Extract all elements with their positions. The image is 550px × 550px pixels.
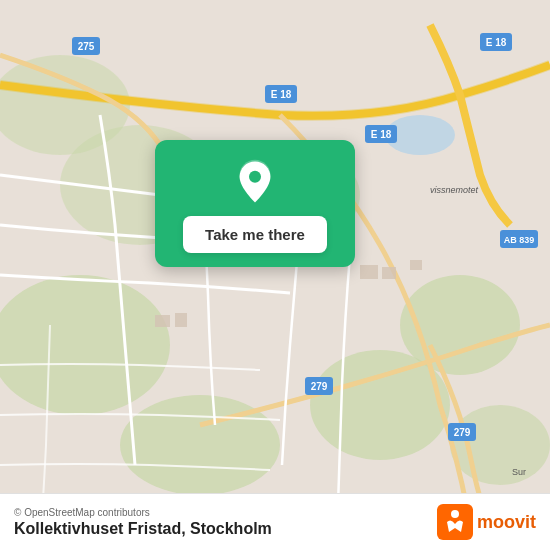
bottom-left: © OpenStreetMap contributors Kollektivhu…: [14, 507, 272, 538]
moovit-brand-icon: [437, 504, 473, 540]
svg-text:AB 839: AB 839: [504, 235, 535, 245]
svg-text:Sur: Sur: [512, 467, 526, 477]
svg-rect-30: [382, 267, 396, 279]
svg-rect-28: [175, 313, 187, 327]
map-container: 275 E 18 E 18 E 18 279 279 AB 839 vissne…: [0, 0, 550, 550]
moovit-logo: moovit: [437, 504, 536, 540]
svg-text:279: 279: [311, 381, 328, 392]
svg-text:275: 275: [78, 41, 95, 52]
bottom-bar: © OpenStreetMap contributors Kollektivhu…: [0, 493, 550, 550]
svg-text:279: 279: [454, 427, 471, 438]
svg-point-33: [249, 171, 261, 183]
card-overlay: Take me there: [155, 140, 355, 267]
svg-text:E 18: E 18: [271, 89, 292, 100]
svg-point-5: [450, 405, 550, 485]
svg-point-35: [451, 510, 459, 518]
svg-text:E 18: E 18: [486, 37, 507, 48]
svg-text:vissnemotet: vissnemotet: [430, 185, 479, 195]
svg-rect-34: [437, 504, 473, 540]
svg-text:E 18: E 18: [371, 129, 392, 140]
take-me-there-button[interactable]: Take me there: [183, 216, 327, 253]
osm-attribution: © OpenStreetMap contributors: [14, 507, 272, 518]
svg-rect-29: [360, 265, 378, 279]
location-pin-icon: [231, 158, 279, 206]
svg-rect-31: [410, 260, 422, 270]
moovit-brand-text: moovit: [477, 512, 536, 533]
svg-rect-27: [155, 315, 170, 327]
location-name: Kollektivhuset Fristad, Stockholm: [14, 520, 272, 538]
